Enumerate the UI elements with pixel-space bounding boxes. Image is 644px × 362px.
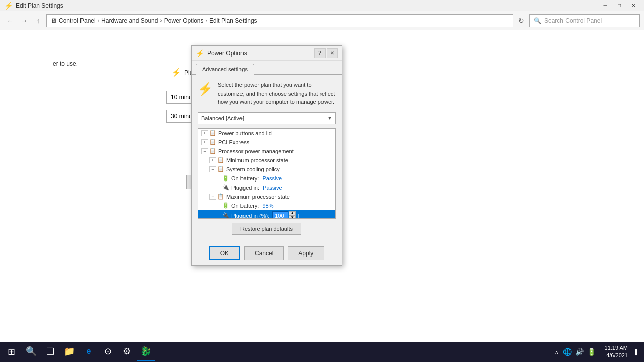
dialog-close-button[interactable]: ✕ bbox=[327, 48, 338, 58]
file-explorer-icon: 📁 bbox=[64, 346, 75, 357]
tree-item-plugged-in-percent[interactable]: 🔌 Plugged in (%): 100 ▲ ▼ | bbox=[198, 210, 335, 219]
close-button[interactable]: ✕ bbox=[627, 1, 640, 10]
spinner-container: 100 ▲ ▼ bbox=[272, 211, 296, 219]
taskbar-settings[interactable]: ⚙ bbox=[118, 343, 136, 361]
spinner-arrows: ▲ ▼ bbox=[289, 211, 296, 219]
battery-icon-2: 🔋 bbox=[222, 202, 229, 209]
cancel-button[interactable]: Cancel bbox=[244, 246, 284, 260]
plan-dropdown-arrow: ▼ bbox=[327, 115, 332, 121]
plug-icon-2: 🔌 bbox=[222, 212, 229, 219]
expand-icon: + bbox=[201, 130, 208, 136]
breadcrumb[interactable]: 🖥 Control Panel › Hardware and Sound › P… bbox=[46, 14, 513, 27]
tree-item-processor[interactable]: − 📋 Processor power management bbox=[198, 147, 335, 156]
spinner-value[interactable]: 100 bbox=[272, 211, 288, 219]
breadcrumb-edit-plan[interactable]: Edit Plan Settings bbox=[209, 17, 257, 24]
apply-button[interactable]: Apply bbox=[288, 246, 324, 260]
up-button[interactable]: ↑ bbox=[32, 15, 44, 27]
tree-item-min-proc[interactable]: + 📋 Minimum processor state bbox=[198, 156, 335, 165]
expand-icon: + bbox=[209, 157, 216, 163]
tree-item-plugged-passive[interactable]: 🔌 Plugged in: Passive bbox=[198, 183, 335, 192]
chrome-icon: ⊙ bbox=[104, 346, 112, 357]
dialog-title-text: Power Options bbox=[207, 50, 314, 57]
breadcrumb-icon: 🖥 bbox=[51, 17, 57, 24]
dialog-info-text: Select the power plan that you want to c… bbox=[218, 81, 336, 106]
tree-item-on-battery-passive[interactable]: 🔋 On battery: Passive bbox=[198, 174, 335, 183]
ok-button[interactable]: OK bbox=[209, 246, 240, 260]
cursor-indicator: | bbox=[298, 213, 299, 219]
window-icon: ⚡ bbox=[4, 2, 13, 10]
pci-icon: 📋 bbox=[209, 139, 216, 146]
settings-icon: ⚙ bbox=[123, 346, 131, 357]
dialog-footer: OK Cancel Apply bbox=[192, 241, 342, 265]
plan-dropdown[interactable]: Balanced [Active] ▼ bbox=[198, 112, 336, 124]
plug-icon: 🔌 bbox=[222, 184, 229, 191]
tree-item-pci-express[interactable]: + 📋 PCI Express bbox=[198, 138, 335, 147]
main-content: ⚡ Plugged in er to use. 10 minutes ▼ 30 … bbox=[0, 30, 644, 342]
expand-icon: + bbox=[201, 139, 208, 145]
dialog-info-row: ⚡ Select the power plan that you want to… bbox=[198, 81, 336, 106]
title-bar-controls: ─ □ ✕ bbox=[599, 1, 640, 10]
app-icon: 🐉 bbox=[140, 346, 151, 357]
taskbar: ⊞ 🔍 ❑ 📁 e ⊙ ⚙ 🐉 ∧ 🌐 🔊 🔋 11:19 AM 4/6/202 bbox=[0, 342, 644, 362]
tree-item-on-battery-98[interactable]: 🔋 On battery: 98% bbox=[198, 201, 335, 210]
dialog-title-controls: ? ✕ bbox=[314, 48, 338, 58]
taskbar-app[interactable]: 🐉 bbox=[137, 343, 155, 361]
taskbar-search[interactable]: 🔍 bbox=[22, 343, 40, 361]
maximize-button[interactable]: □ bbox=[613, 1, 626, 10]
tree-item-power-buttons[interactable]: + 📋 Power buttons and lid bbox=[198, 129, 335, 138]
clock-date: 4/6/2021 bbox=[605, 352, 628, 359]
forward-button[interactable]: → bbox=[18, 15, 30, 27]
title-bar: ⚡ Edit Plan Settings ─ □ ✕ bbox=[0, 0, 644, 11]
collapse-icon: − bbox=[201, 148, 208, 154]
search-box[interactable]: 🔍 Search Control Panel bbox=[529, 14, 640, 27]
taskbar-edge[interactable]: e bbox=[79, 343, 98, 361]
tree-item-cooling-policy[interactable]: − 📋 System cooling policy bbox=[198, 165, 335, 174]
battery-icon: 🔋 bbox=[222, 175, 229, 182]
clock-time: 11:19 AM bbox=[605, 344, 628, 352]
tray-volume-icon[interactable]: 🔊 bbox=[575, 343, 585, 361]
dialog-info-icon: ⚡ bbox=[198, 81, 213, 97]
task-view-icon: ❑ bbox=[46, 346, 54, 357]
search-placeholder: Search Control Panel bbox=[544, 17, 602, 24]
folder-icon: 📋 bbox=[209, 130, 216, 137]
taskbar-chrome[interactable]: ⊙ bbox=[99, 343, 117, 361]
tray-battery-icon[interactable]: 🔋 bbox=[587, 343, 597, 361]
min-proc-icon: 📋 bbox=[217, 157, 224, 164]
show-desktop-button[interactable]: ▌ bbox=[632, 343, 642, 361]
window-title: Edit Plan Settings bbox=[16, 2, 63, 9]
breadcrumb-power-options[interactable]: Power Options bbox=[164, 17, 204, 24]
collapse-icon: − bbox=[209, 194, 216, 200]
spinner-down-button[interactable]: ▼ bbox=[289, 216, 296, 219]
minimize-button[interactable]: ─ bbox=[599, 1, 612, 10]
dialog-tabs: Advanced settings bbox=[192, 61, 342, 74]
tree-item-max-proc[interactable]: − 📋 Maximum processor state bbox=[198, 192, 335, 201]
power-icon: ⚡ bbox=[171, 68, 181, 77]
search-icon: 🔍 bbox=[26, 346, 37, 357]
start-button[interactable]: ⊞ bbox=[2, 343, 20, 361]
max-proc-icon: 📋 bbox=[217, 193, 224, 200]
bg-instruction: er to use. bbox=[53, 60, 78, 67]
dialog-title-bar: ⚡ Power Options ? ✕ bbox=[192, 46, 342, 61]
back-button[interactable]: ← bbox=[4, 15, 16, 27]
tray-expand-button[interactable]: ∧ bbox=[553, 347, 560, 357]
collapse-icon: − bbox=[209, 166, 216, 172]
breadcrumb-hardware-sound[interactable]: Hardware and Sound bbox=[101, 17, 158, 24]
proc-icon: 📋 bbox=[209, 148, 216, 155]
taskbar-task-view[interactable]: ❑ bbox=[41, 343, 59, 361]
edge-icon: e bbox=[87, 347, 91, 356]
tray-network-icon[interactable]: 🌐 bbox=[562, 343, 573, 361]
address-bar: ← → ↑ 🖥 Control Panel › Hardware and Sou… bbox=[0, 11, 644, 30]
taskbar-tray: ∧ 🌐 🔊 🔋 bbox=[549, 343, 601, 361]
dialog-body: ⚡ Select the power plan that you want to… bbox=[192, 74, 342, 241]
restore-defaults-button[interactable]: Restore plan defaults bbox=[232, 223, 301, 235]
tree-container[interactable]: + 📋 Power buttons and lid + 📋 PCI Expres… bbox=[198, 128, 336, 219]
tab-advanced-settings[interactable]: Advanced settings bbox=[196, 64, 254, 75]
refresh-button[interactable]: ↻ bbox=[515, 15, 527, 27]
taskbar-items: 🔍 ❑ 📁 e ⊙ ⚙ 🐉 bbox=[22, 343, 549, 361]
breadcrumb-control-panel[interactable]: Control Panel bbox=[59, 17, 96, 24]
search-icon: 🔍 bbox=[534, 17, 541, 24]
taskbar-file-explorer[interactable]: 📁 bbox=[60, 343, 78, 361]
taskbar-clock[interactable]: 11:19 AM 4/6/2021 bbox=[601, 344, 632, 360]
dialog-help-button[interactable]: ? bbox=[314, 48, 326, 58]
start-icon: ⊞ bbox=[8, 346, 15, 357]
